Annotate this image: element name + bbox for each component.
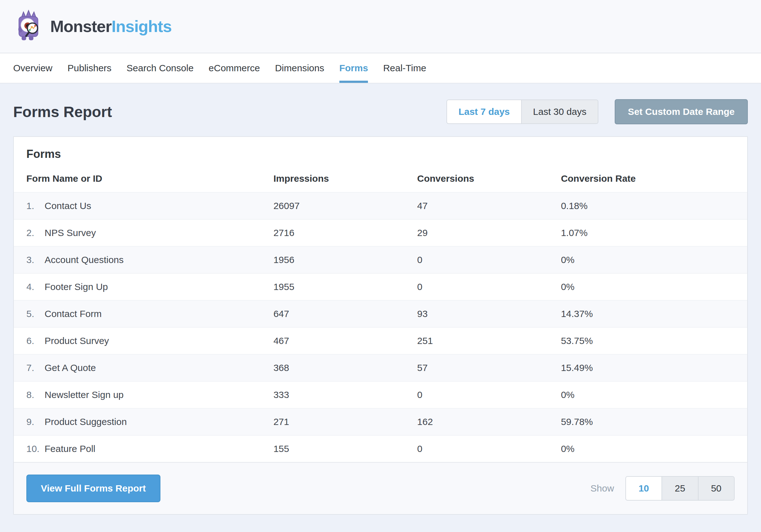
table-row-nps-survey: 2.NPS Survey2716291.07% <box>14 219 747 246</box>
form-name: Account Questions <box>45 255 124 265</box>
brand-name-monster: Monster <box>50 17 111 35</box>
form-name-cell: 7.Get A Quote <box>14 363 273 373</box>
impressions-cell: 26097 <box>273 201 417 211</box>
impressions-cell: 1955 <box>273 281 417 292</box>
monsterinsights-logo: MonsterInsights <box>13 9 172 44</box>
conversion-rate-cell: 0% <box>561 443 747 454</box>
conversions-cell: 0 <box>417 443 561 454</box>
main-nav: OverviewPublishersSearch ConsoleeCommerc… <box>0 53 761 84</box>
table-row-newsletter-sign-up: 8.Newsletter Sign up33300% <box>14 381 747 408</box>
table-header-row: Form Name or ID Impressions Conversions … <box>14 170 747 192</box>
table-row-contact-us: 1.Contact Us26097470.18% <box>14 192 747 219</box>
row-rank: 10. <box>27 443 45 454</box>
row-rank: 6. <box>27 335 45 346</box>
table-row-contact-form: 5.Contact Form6479314.37% <box>14 300 747 327</box>
form-name: NPS Survey <box>45 228 96 238</box>
form-name: Product Survey <box>45 335 109 346</box>
date-range-option-last-30-days[interactable]: Last 30 days <box>521 100 598 123</box>
page-size-option-50[interactable]: 50 <box>698 477 734 500</box>
conversion-rate-cell: 1.07% <box>561 228 747 238</box>
date-range-toggle: Last 7 daysLast 30 days <box>446 99 598 124</box>
page-title: Forms Report <box>13 103 112 121</box>
impressions-cell: 368 <box>273 363 417 373</box>
forms-card: Forms Form Name or ID Impressions Conver… <box>13 136 748 515</box>
row-rank: 1. <box>27 201 45 211</box>
conversions-cell: 0 <box>417 255 561 265</box>
form-name-cell: 5.Contact Form <box>14 309 273 319</box>
page-size-toggle: 102550 <box>625 476 734 501</box>
page-size-option-25[interactable]: 25 <box>662 477 698 500</box>
conversions-cell: 47 <box>417 201 561 211</box>
conversions-cell: 0 <box>417 389 561 400</box>
form-name: Product Suggestion <box>45 417 127 427</box>
conversion-rate-cell: 0% <box>561 389 747 400</box>
set-custom-date-range-button[interactable]: Set Custom Date Range <box>615 99 748 124</box>
table-row-get-a-quote: 7.Get A Quote3685715.49% <box>14 354 747 381</box>
column-header-impressions: Impressions <box>273 173 417 184</box>
form-name: Contact Form <box>45 309 102 319</box>
date-controls: Last 7 daysLast 30 days Set Custom Date … <box>446 99 748 124</box>
impressions-cell: 467 <box>273 335 417 346</box>
rows-per-page-control: Show 102550 <box>591 476 734 501</box>
impressions-cell: 2716 <box>273 228 417 238</box>
conversions-cell: 162 <box>417 417 561 427</box>
conversion-rate-cell: 53.75% <box>561 335 747 346</box>
conversions-cell: 251 <box>417 335 561 346</box>
page-content: Forms Report Last 7 daysLast 30 days Set… <box>0 99 761 515</box>
impressions-cell: 647 <box>273 309 417 319</box>
impressions-cell: 271 <box>273 417 417 427</box>
nav-item-real-time[interactable]: Real-Time <box>383 53 426 83</box>
conversion-rate-cell: 0.18% <box>561 201 747 211</box>
table-row-product-survey: 6.Product Survey46725153.75% <box>14 327 747 354</box>
conversion-rate-cell: 0% <box>561 281 747 292</box>
form-name: Newsletter Sign up <box>45 389 124 400</box>
conversion-rate-cell: 14.37% <box>561 309 747 319</box>
row-rank: 7. <box>27 363 45 373</box>
form-name-cell: 6.Product Survey <box>14 335 273 346</box>
report-header-row: Forms Report Last 7 daysLast 30 days Set… <box>13 99 748 124</box>
column-header-form-name: Form Name or ID <box>14 173 273 184</box>
nav-item-forms[interactable]: Forms <box>339 53 368 83</box>
form-name: Footer Sign Up <box>45 281 108 292</box>
forms-table: Form Name or ID Impressions Conversions … <box>14 170 747 462</box>
show-label: Show <box>591 483 614 494</box>
row-rank: 9. <box>27 417 45 427</box>
nav-item-dimensions[interactable]: Dimensions <box>275 53 324 83</box>
nav-item-overview[interactable]: Overview <box>13 53 52 83</box>
conversion-rate-cell: 0% <box>561 255 747 265</box>
table-row-feature-poll: 10.Feature Poll15500% <box>14 435 747 462</box>
brand-wordmark: MonsterInsights <box>50 17 172 36</box>
conversion-rate-cell: 15.49% <box>561 363 747 373</box>
nav-item-search-console[interactable]: Search Console <box>127 53 193 83</box>
table-row-footer-sign-up: 4.Footer Sign Up195500% <box>14 273 747 300</box>
table-row-product-suggestion: 9.Product Suggestion27116259.78% <box>14 408 747 435</box>
conversions-cell: 0 <box>417 281 561 292</box>
view-full-forms-report-button[interactable]: View Full Forms Report <box>27 475 160 502</box>
form-name: Contact Us <box>45 201 91 211</box>
row-rank: 8. <box>27 389 45 400</box>
form-name-cell: 10.Feature Poll <box>14 443 273 454</box>
impressions-cell: 1956 <box>273 255 417 265</box>
card-title: Forms <box>14 137 747 170</box>
column-header-conversion-rate: Conversion Rate <box>561 173 747 184</box>
page-size-option-10[interactable]: 10 <box>626 477 662 500</box>
card-footer: View Full Forms Report Show 102550 <box>14 462 747 514</box>
form-name-cell: 3.Account Questions <box>14 255 273 265</box>
form-name: Feature Poll <box>45 443 95 454</box>
form-name-cell: 2.NPS Survey <box>14 228 273 238</box>
impressions-cell: 155 <box>273 443 417 454</box>
conversions-cell: 93 <box>417 309 561 319</box>
row-rank: 5. <box>27 309 45 319</box>
nav-item-publishers[interactable]: Publishers <box>68 53 111 83</box>
row-rank: 4. <box>27 281 45 292</box>
form-name-cell: 9.Product Suggestion <box>14 417 273 427</box>
nav-item-ecommerce[interactable]: eCommerce <box>209 53 260 83</box>
conversion-rate-cell: 59.78% <box>561 417 747 427</box>
row-rank: 2. <box>27 228 45 238</box>
column-header-conversions: Conversions <box>417 173 561 184</box>
date-range-option-last-7-days[interactable]: Last 7 days <box>447 100 521 123</box>
row-rank: 3. <box>27 255 45 265</box>
conversions-cell: 57 <box>417 363 561 373</box>
monster-mascot-icon <box>13 9 43 44</box>
table-row-account-questions: 3.Account Questions195600% <box>14 246 747 273</box>
